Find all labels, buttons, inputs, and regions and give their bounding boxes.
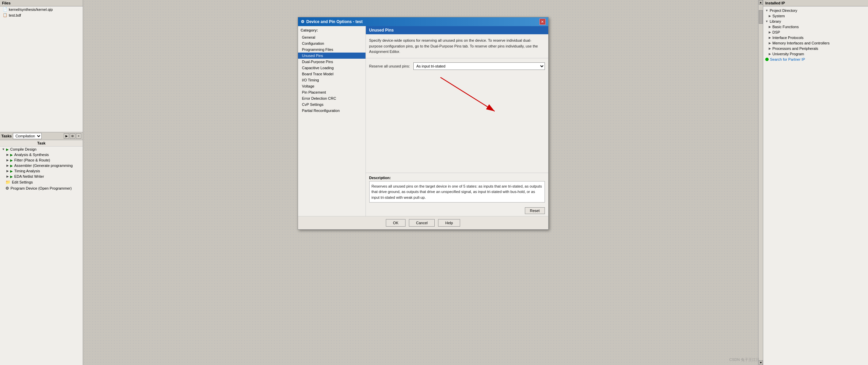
category-general[interactable]: General	[298, 34, 366, 40]
category-partial-reconfig[interactable]: Partial Reconfiguration	[298, 108, 366, 114]
arrow-basic-func: ▶	[769, 25, 771, 28]
task-assembler[interactable]: ▶ ▶ Assembler (Generate programming	[0, 163, 83, 168]
partner-ip-dot	[765, 58, 769, 61]
file-item-bdf[interactable]: 📋 test.bdf	[0, 12, 83, 18]
reset-row: Reset	[366, 205, 548, 216]
device-pin-options-dialog: ⚙ Device and Pin Options - test ✕ Catego…	[298, 17, 549, 230]
category-label: Category:	[298, 26, 366, 34]
reset-button[interactable]: Reset	[525, 207, 545, 214]
scroll-up-btn[interactable]: ▲	[759, 0, 763, 5]
ip-label-memory: Memory Interfaces and Controllers	[772, 41, 830, 45]
task-label-fitter: Fitter (Place & Route)	[14, 158, 50, 162]
tasks-icon-group: ▶ ⊞ ×	[64, 133, 81, 139]
file-item-qip[interactable]: 📄 kernel/synthesis/kernel.qip	[0, 6, 83, 12]
file-name-bdf: test.bdf	[9, 13, 21, 17]
task-edit-settings[interactable]: 📁 Edit Settings	[0, 179, 83, 185]
cancel-button[interactable]: Cancel	[409, 219, 435, 227]
tasks-panel: Tasks Compilation ▶ ⊞ × Task ▼ ▶ Compile…	[0, 132, 83, 365]
dialog-title-group: ⚙ Device and Pin Options - test	[301, 19, 363, 24]
gear-icon-program: ⚙	[5, 186, 9, 191]
task-fitter[interactable]: ▶ ▶ Fitter (Place & Route)	[0, 157, 83, 163]
ip-project-directory[interactable]: ▼ Project Directory	[763, 8, 868, 13]
dialog-close-button[interactable]: ✕	[539, 19, 546, 25]
option-row: Reserve all unused pins: As input tri-st…	[366, 58, 548, 74]
description-section-text: Reserves all unused pins on the target d…	[369, 181, 545, 203]
installed-ip-panel: Installed IP ▼ Project Directory ▶ Syste…	[763, 0, 868, 365]
scroll-thumb[interactable]	[759, 10, 763, 24]
ip-system[interactable]: ▶ System	[763, 13, 868, 19]
tasks-compilation-dropdown[interactable]: Compilation	[13, 133, 42, 139]
content-description-text: Specify device-wide options for reservin…	[366, 34, 548, 58]
play-icon-compile: ▶	[5, 147, 9, 151]
folder-icon-settings: 📁	[5, 180, 11, 185]
expand-icon-assembler[interactable]: ▶	[5, 164, 9, 168]
task-compile-design[interactable]: ▼ ▶ Compile Design	[0, 147, 83, 152]
ip-university[interactable]: ▶ University Program	[763, 51, 868, 57]
arrow-dsp: ▶	[769, 31, 771, 34]
tasks-icon-btn-1[interactable]: ▶	[64, 133, 69, 139]
category-programming-files[interactable]: Programming Files	[298, 46, 366, 53]
category-capacitive-loading[interactable]: Capacitive Loading	[298, 65, 366, 71]
play-icon-eda: ▶	[9, 174, 14, 178]
task-label-timing: Timing Analysis	[14, 169, 40, 173]
dialog-title-text: Device and Pin Options - test	[307, 19, 363, 24]
task-eda-netlist[interactable]: ▶ ▶ EDA Netlist Writer	[0, 174, 83, 179]
file-icon-qip: 📄	[3, 7, 7, 12]
ip-label-project-dir: Project Directory	[770, 8, 797, 13]
category-cvp-settings[interactable]: CvP Settings	[298, 101, 366, 108]
category-configuration[interactable]: Configuration	[298, 40, 366, 46]
arrow-memory: ▶	[769, 41, 771, 45]
tasks-icon-btn-2[interactable]: ⊞	[70, 133, 75, 139]
ip-label-university: University Program	[772, 52, 804, 56]
ip-dsp[interactable]: ▶ DSP	[763, 30, 868, 35]
task-program-device[interactable]: ⚙ Program Device (Open Programmer)	[0, 185, 83, 191]
search-partner-ip[interactable]: Search for Partner IP	[763, 57, 868, 62]
content-section-title: Unused Pins	[366, 26, 548, 34]
help-button[interactable]: Help	[438, 219, 460, 227]
ip-label-system: System	[772, 14, 785, 18]
tasks-label: Tasks	[1, 134, 12, 138]
expand-icon-analysis[interactable]: ▶	[5, 153, 9, 157]
category-error-detection[interactable]: Error Detection CRC	[298, 95, 366, 101]
task-analysis-synthesis[interactable]: ▶ ▶ Analysis & Synthesis	[0, 152, 83, 157]
ip-tree: ▼ Project Directory ▶ System ▼ Library ▶…	[763, 6, 868, 63]
arrow-project-dir: ▼	[765, 9, 768, 12]
main-content-area: ▲ ▼ ⚙ Device and Pin Options - test ✕	[83, 0, 763, 365]
arrow-interface: ▶	[769, 36, 771, 39]
category-voltage[interactable]: Voltage	[298, 83, 366, 89]
dialog-button-row: OK Cancel Help	[298, 216, 548, 229]
category-io-timing[interactable]: I/O Timing	[298, 77, 366, 83]
expand-icon-compile[interactable]: ▼	[1, 147, 5, 151]
tasks-icon-btn-3[interactable]: ×	[76, 133, 81, 139]
arrow-system: ▶	[769, 14, 771, 18]
installed-ip-header: Installed IP	[763, 0, 868, 6]
category-unused-pins[interactable]: Unused Pins	[298, 53, 366, 59]
expand-icon-eda[interactable]: ▶	[5, 174, 9, 178]
ip-label-dsp: DSP	[772, 30, 780, 34]
reserve-unused-label: Reserve all unused pins:	[369, 64, 410, 68]
red-arrow-svg	[366, 74, 548, 121]
reserve-unused-select[interactable]: As input tri-stated As output driving gr…	[413, 62, 545, 70]
ip-interface-protocols[interactable]: ▶ Interface Protocols	[763, 35, 868, 40]
category-pin-placement[interactable]: Pin Placement	[298, 89, 366, 95]
main-scrollbar[interactable]: ▲ ▼	[758, 0, 763, 365]
arrow-library: ▼	[765, 20, 768, 23]
ip-processors[interactable]: ▶ Processors and Peripherals	[763, 46, 868, 51]
category-board-trace-model[interactable]: Board Trace Model	[298, 71, 366, 77]
ip-memory-interfaces[interactable]: ▶ Memory Interfaces and Controllers	[763, 40, 868, 46]
play-icon-fitter: ▶	[9, 158, 14, 162]
watermark: CSDN 兔子王江汪	[729, 357, 760, 362]
expand-icon-fitter[interactable]: ▶	[5, 158, 9, 162]
arrow-processors: ▶	[769, 47, 771, 50]
category-dual-purpose[interactable]: Dual-Purpose Pins	[298, 59, 366, 65]
arrow-annotation-area	[366, 74, 548, 121]
expand-icon-timing[interactable]: ▶	[5, 169, 9, 173]
file-name-qip: kernel/synthesis/kernel.qip	[9, 7, 53, 12]
task-timing[interactable]: ▶ ▶ Timing Analysis	[0, 168, 83, 174]
task-label-program: Program Device (Open Programmer)	[11, 186, 72, 190]
content-spacer	[366, 121, 548, 173]
ip-library[interactable]: ▼ Library	[763, 19, 868, 24]
ok-button[interactable]: OK	[386, 219, 406, 227]
dialog-title-icon: ⚙	[301, 19, 304, 24]
ip-basic-functions[interactable]: ▶ Basic Functions	[763, 24, 868, 30]
